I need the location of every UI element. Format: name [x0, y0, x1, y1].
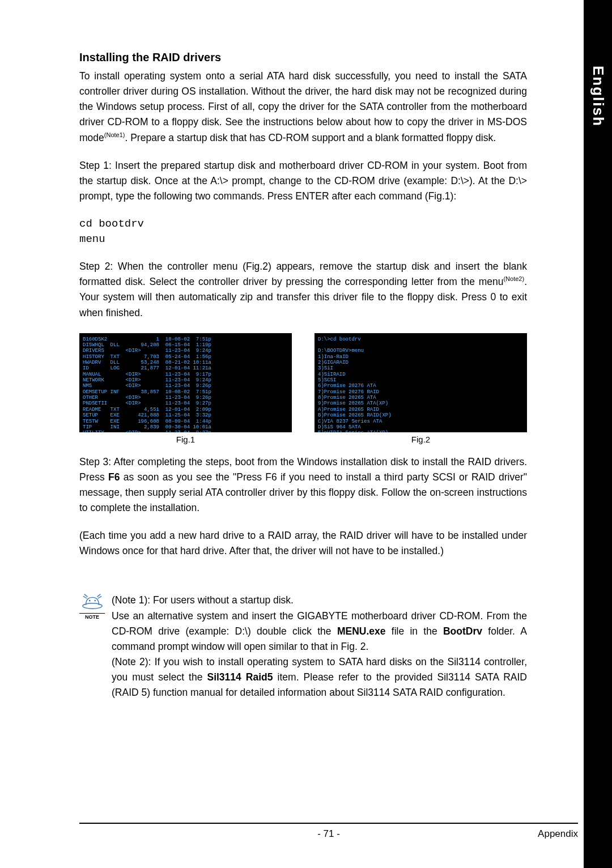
svg-point-1	[88, 600, 90, 602]
note1-ref: (Note1)	[104, 131, 125, 138]
cmd-cd: cd bootdrv	[79, 216, 527, 232]
step1-paragraph: Step 1: Insert the prepared startup disk…	[79, 158, 527, 204]
menu-exe: MENU.exe	[337, 626, 386, 637]
note1-body: Use an alternative system and insert the…	[112, 609, 527, 654]
bootdrv-folder: BootDrv	[443, 626, 482, 637]
note1-line1: (Note 1): For users without a startup di…	[112, 593, 527, 608]
note-icon	[82, 593, 103, 610]
page-footer: - 71 - Appendix	[79, 823, 578, 840]
intro-paragraph: To install operating system onto a seria…	[79, 69, 527, 146]
command-block: cd bootdrv menu	[79, 216, 527, 246]
note-section: NOTE (Note 1): For users without a start…	[79, 593, 527, 700]
cmd-menu: menu	[79, 232, 527, 247]
section-heading: Installing the RAID drivers	[79, 51, 527, 64]
step3-paragraph: Step 3: After completing the steps, boot…	[79, 454, 527, 516]
dos-screenshot-2: D:\>cd bootdrv D:\BOOTDRV>menu 1)Ina-RaI…	[314, 333, 527, 432]
each-time-paragraph: (Each time you add a new hard drive to a…	[79, 528, 527, 559]
step2-paragraph: Step 2: When the controller menu (Fig.2)…	[79, 259, 527, 321]
fig2-label: Fig.2	[314, 435, 527, 444]
note-text: (Note 1): For users without a startup di…	[112, 593, 527, 700]
f6-key: F6	[108, 471, 120, 483]
fig1-label: Fig.1	[79, 435, 292, 444]
sil3114-raid5: Sil3114 Raid5	[207, 671, 273, 683]
figure1-column: B160DSK2 1 10-08-02 7:51p DISWHQL DLL 94…	[79, 333, 292, 444]
main-content: Installing the RAID drivers To install o…	[0, 0, 578, 700]
note-icon-wrapper: NOTE	[79, 593, 105, 700]
figure-row: B160DSK2 1 10-08-02 7:51p DISWHQL DLL 94…	[79, 333, 527, 444]
svg-point-2	[94, 600, 96, 602]
appendix-label: Appendix	[538, 828, 578, 840]
figure2-column: D:\>cd bootdrv D:\BOOTDRV>menu 1)Ina-RaI…	[314, 333, 527, 444]
dos-screenshot-1: B160DSK2 1 10-08-02 7:51p DISWHQL DLL 94…	[79, 333, 292, 432]
note2-body: (Note 2): If you wish to install operati…	[112, 654, 527, 700]
note2-ref: (Note2)	[503, 275, 524, 282]
page-number: - 71 -	[317, 828, 340, 840]
language-tab: English	[584, 51, 612, 142]
note-label: NOTE	[79, 613, 105, 620]
